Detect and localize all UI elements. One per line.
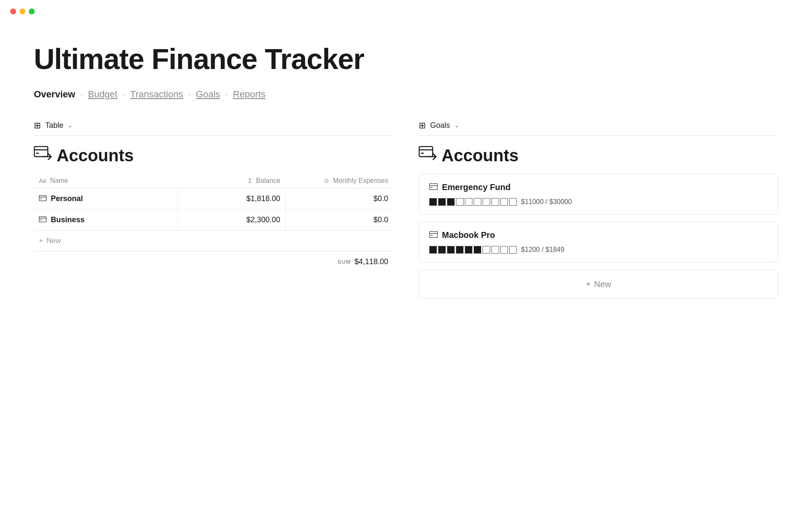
account-name-cell: Personal: [34, 188, 178, 210]
table-view-icon: ⊞: [34, 120, 41, 130]
progress-block: [500, 198, 508, 206]
table-row[interactable]: Personal $1,818.00 $0.0: [34, 188, 393, 210]
minimize-button[interactable]: [19, 8, 25, 14]
goal-amount: $11000 / $30000: [521, 198, 572, 206]
name-col-icon: Aa: [39, 177, 46, 184]
goal-amount: $1200 / $1849: [521, 246, 564, 254]
progress-block: [465, 246, 472, 254]
account-monthly-cell: $0.0: [285, 188, 393, 210]
nav-item-reports[interactable]: Reports: [233, 89, 266, 100]
sum-label: SUM: [337, 259, 351, 265]
nav-separator-4: ·: [225, 89, 228, 100]
new-goal-label: New: [594, 279, 611, 289]
account-name-cell: Business: [34, 210, 178, 231]
table-chevron-icon: ⌄: [68, 122, 73, 129]
left-accounts-icon: [34, 146, 52, 165]
goal-progress-row: $1200 / $1849: [429, 246, 768, 254]
table-row[interactable]: Business $2,300.00 $0.0: [34, 210, 393, 231]
col-header-name: Aa Name: [34, 174, 178, 188]
progress-block: [509, 198, 517, 206]
col-header-monthly: ⊙ Monthly Expenses: [285, 174, 393, 188]
progress-block: [483, 198, 490, 206]
progress-block: [491, 198, 499, 206]
nav-item-transactions[interactable]: Transactions: [130, 89, 183, 100]
right-panel: ⊞ Goals ⌄ Accounts: [419, 120, 778, 299]
goals-view-icon: ⊞: [419, 120, 426, 130]
goals-view-label: Goals: [430, 121, 450, 130]
new-account-label: New: [47, 237, 61, 245]
progress-block: [500, 246, 508, 254]
balance-col-icon: Σ: [248, 177, 252, 184]
main-content: Ultimate Finance Tracker Overview · Budg…: [0, 0, 812, 324]
account-balance-cell: $1,818.00: [178, 188, 285, 210]
goal-progress-row: $11000 / $30000: [429, 198, 768, 206]
progress-block: [438, 198, 446, 206]
goals-container: Emergency Fund $11000 / $30000 Macbook P…: [419, 174, 778, 262]
progress-block: [474, 246, 481, 254]
progress-block: [438, 246, 446, 254]
table-view-label: Table: [45, 121, 63, 130]
new-card-plus-icon: +: [586, 279, 591, 289]
progress-block: [429, 198, 437, 206]
progress-block: [447, 198, 455, 206]
nav-separator-2: ·: [123, 89, 125, 100]
close-button[interactable]: [10, 8, 16, 14]
goals-view-toggle[interactable]: ⊞ Goals ⌄: [419, 120, 778, 136]
progress-block: [429, 246, 437, 254]
goal-name: Emergency Fund: [442, 182, 510, 192]
svg-rect-4: [39, 195, 47, 201]
progress-block: [456, 246, 464, 254]
svg-rect-14: [430, 184, 438, 190]
account-monthly-cell: $0.0: [285, 210, 393, 231]
goal-card-icon: [429, 230, 438, 240]
maximize-button[interactable]: [29, 8, 35, 14]
nav-bar: Overview · Budget · Transactions · Goals…: [34, 89, 778, 100]
right-accounts-icon: [419, 146, 436, 165]
goal-card-icon: [429, 182, 438, 192]
col-header-balance: Σ Balance: [178, 174, 285, 188]
page-title: Ultimate Finance Tracker: [34, 42, 778, 75]
add-goal-button[interactable]: + New: [419, 269, 778, 299]
svg-rect-10: [419, 146, 433, 157]
account-card-icon: [39, 195, 47, 203]
goal-card[interactable]: Macbook Pro $1200 / $1849: [419, 221, 778, 262]
account-card-icon: [39, 216, 47, 224]
monthly-col-icon: ⊙: [324, 177, 329, 184]
add-account-button[interactable]: + New: [34, 231, 393, 251]
accounts-table: Aa Name Σ Balance ⊙ Monthly Expenses: [34, 174, 393, 231]
svg-rect-7: [39, 216, 47, 222]
progress-block: [456, 198, 464, 206]
svg-rect-17: [430, 232, 438, 238]
window-controls: [0, 0, 45, 23]
svg-rect-0: [34, 146, 48, 157]
goal-name: Macbook Pro: [442, 230, 495, 240]
account-balance-cell: $2,300.00: [178, 210, 285, 231]
plus-icon: +: [39, 237, 43, 245]
goal-card-title: Emergency Fund: [429, 182, 768, 192]
nav-item-budget[interactable]: Budget: [88, 89, 118, 100]
account-name: Personal: [51, 194, 83, 203]
nav-separator-3: ·: [188, 89, 191, 100]
right-accounts-heading: Accounts: [419, 146, 778, 165]
table-view-toggle[interactable]: ⊞ Table ⌄: [34, 120, 393, 136]
progress-blocks: [429, 246, 517, 254]
nav-item-goals[interactable]: Goals: [196, 89, 220, 100]
left-accounts-heading: Accounts: [34, 146, 393, 165]
nav-separator-1: ·: [80, 89, 83, 100]
progress-block: [447, 246, 455, 254]
progress-blocks: [429, 198, 517, 206]
progress-block: [483, 246, 490, 254]
progress-block: [509, 246, 517, 254]
right-accounts-title: Accounts: [442, 146, 518, 165]
progress-block: [491, 246, 499, 254]
goal-card[interactable]: Emergency Fund $11000 / $30000: [419, 174, 778, 215]
progress-block: [465, 198, 472, 206]
account-name: Business: [51, 215, 85, 224]
nav-item-overview[interactable]: Overview: [34, 89, 75, 100]
two-column-layout: ⊞ Table ⌄ Accounts: [34, 120, 778, 299]
goals-chevron-icon: ⌄: [454, 122, 459, 129]
left-panel: ⊞ Table ⌄ Accounts: [34, 120, 393, 272]
sum-row: SUM $4,118.00: [34, 251, 393, 272]
progress-block: [474, 198, 481, 206]
goal-card-title: Macbook Pro: [429, 230, 768, 240]
